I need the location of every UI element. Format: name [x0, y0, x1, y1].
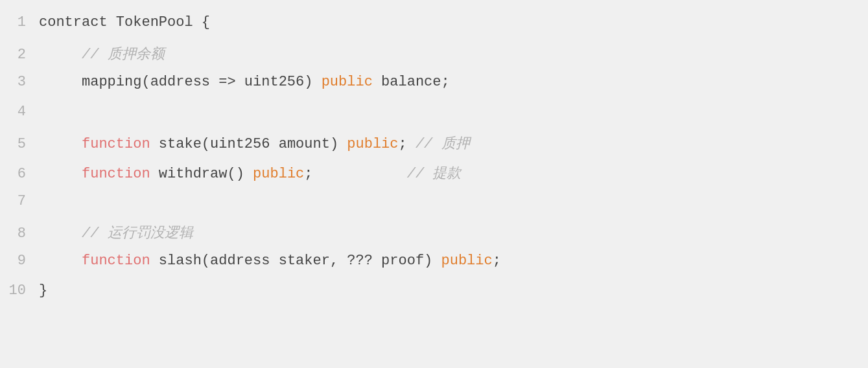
code-text: [39, 253, 82, 269]
line-number: 8: [0, 225, 39, 242]
line-content: contract TokenPool {: [39, 14, 210, 30]
code-text: contract TokenPool {: [39, 14, 210, 30]
comment: // 提款: [407, 163, 462, 183]
line-number: 6: [0, 166, 39, 182]
code-line: 1contract TokenPool {: [0, 13, 868, 43]
keyword-public: public: [347, 136, 398, 152]
code-line: 3 mapping(address => uint256) public bal…: [0, 73, 868, 102]
line-content: // 质押余额: [39, 44, 165, 63]
line-number: 7: [0, 193, 39, 209]
code-text: ;: [304, 166, 406, 182]
code-line: 9 function slash(address staker, ??? pro…: [0, 251, 868, 281]
line-number: 4: [0, 104, 39, 120]
line-number: 5: [0, 136, 39, 152]
code-text: [39, 225, 82, 242]
code-editor: 1contract TokenPool {2 // 质押余额3 mapping(…: [0, 0, 868, 368]
code-line: 4: [0, 102, 868, 132]
code-text: stake(uint256 amount): [150, 136, 347, 152]
keyword-public: public: [322, 74, 373, 90]
line-content: function withdraw() public; // 提款: [39, 163, 461, 183]
comment: // 质押: [416, 133, 470, 153]
line-number: 9: [0, 253, 39, 269]
keyword-function: function: [82, 253, 150, 269]
comment: // 质押余额: [82, 44, 165, 63]
code-line: 10}: [0, 281, 868, 311]
keyword-public: public: [441, 253, 493, 269]
code-line: 7: [0, 192, 868, 222]
code-line: 2 // 质押余额: [0, 43, 868, 73]
code-text: [39, 47, 82, 63]
line-number: 1: [0, 14, 39, 30]
code-text: slash(address staker, ??? proof): [150, 253, 441, 269]
line-content: }: [39, 282, 47, 299]
code-text: ;: [399, 136, 416, 152]
comment: // 运行罚没逻辑: [82, 223, 193, 242]
line-number: 10: [0, 282, 39, 299]
line-number: 3: [0, 74, 39, 90]
keyword-function: function: [82, 166, 150, 182]
code-text: mapping(address => uint256): [39, 74, 322, 90]
line-number: 2: [0, 47, 39, 63]
code-line: 6 function withdraw() public; // 提款: [0, 162, 868, 192]
code-line: 8 // 运行罚没逻辑: [0, 222, 868, 251]
code-text: [39, 166, 82, 182]
line-content: mapping(address => uint256) public balan…: [39, 74, 450, 90]
code-text: balance;: [373, 74, 450, 90]
code-text: ;: [493, 253, 501, 269]
line-content: function stake(uint256 amount) public; /…: [39, 133, 470, 153]
code-text: }: [39, 282, 47, 299]
code-text: withdraw(): [150, 166, 253, 182]
keyword-function: function: [82, 136, 150, 152]
line-content: // 运行罚没逻辑: [39, 223, 193, 242]
code-line: 5 function stake(uint256 amount) public;…: [0, 132, 868, 162]
code-text: [39, 136, 82, 152]
keyword-public: public: [253, 166, 304, 182]
line-content: function slash(address staker, ??? proof…: [39, 253, 501, 269]
